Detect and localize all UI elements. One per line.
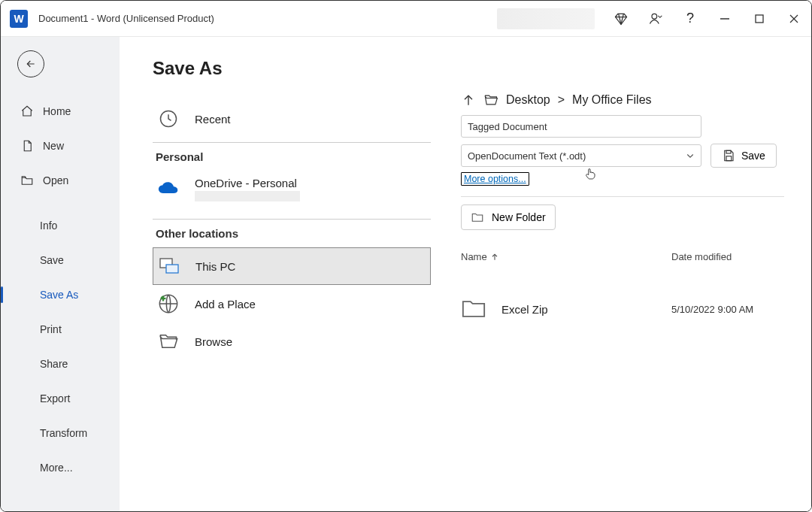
location-add-place[interactable]: Add a Place: [153, 285, 431, 323]
this-pc-icon: [158, 255, 180, 277]
location-recent[interactable]: Recent: [153, 100, 431, 138]
locations-other-header: Other locations: [156, 227, 431, 240]
browse-folder-icon: [157, 330, 180, 353]
save-button[interactable]: Save: [710, 144, 777, 168]
nav-more[interactable]: More...: [1, 450, 120, 485]
svg-rect-11: [726, 150, 731, 153]
nav-save[interactable]: Save: [1, 243, 120, 277]
new-folder-label: New Folder: [492, 211, 546, 223]
path-part-2[interactable]: My Office Files: [572, 93, 652, 107]
maximize-button[interactable]: [742, 1, 777, 37]
file-date: 5/10/2022 9:00 AM: [671, 304, 784, 315]
location-this-pc-label: This PC: [195, 260, 235, 273]
svg-point-0: [652, 14, 657, 19]
word-app-icon: W: [10, 10, 28, 28]
backstage-sidebar: Home New Open Info Save Save As Print Sh…: [1, 37, 120, 511]
nav-share[interactable]: Share: [1, 347, 120, 381]
file-list-header: Name Date modified: [461, 251, 784, 262]
nav-info[interactable]: Info: [1, 208, 120, 243]
premium-icon[interactable]: [604, 1, 638, 37]
nav-open[interactable]: Open: [1, 163, 120, 198]
location-onedrive[interactable]: OneDrive - Personal: [153, 171, 431, 214]
titlebar: W Document1 - Word (Unlicensed Product) …: [1, 1, 811, 37]
save-button-label: Save: [741, 150, 765, 162]
more-options-link[interactable]: More options...: [461, 172, 529, 186]
account-area[interactable]: [497, 8, 595, 29]
locations-personal-header: Personal: [156, 150, 431, 163]
cursor-hand-icon: [583, 167, 597, 180]
nav-export[interactable]: Export: [1, 381, 120, 416]
filetype-value: OpenDocument Text (*.odt): [468, 150, 586, 162]
onedrive-icon: [157, 177, 180, 199]
nav-open-label: Open: [43, 174, 68, 186]
breadcrumb[interactable]: Desktop > My Office Files: [461, 92, 784, 108]
help-button[interactable]: ?: [673, 1, 707, 37]
nav-new[interactable]: New: [1, 129, 120, 163]
new-folder-button[interactable]: New Folder: [461, 204, 556, 230]
svg-rect-12: [726, 156, 732, 161]
folder-icon: [461, 298, 488, 320]
file-row[interactable]: Excel Zip 5/10/2022 9:00 AM: [461, 298, 784, 320]
path-separator: >: [558, 93, 565, 107]
location-this-pc[interactable]: This PC: [153, 247, 431, 285]
nav-save-as[interactable]: Save As: [1, 277, 120, 312]
up-arrow-icon[interactable]: [461, 92, 476, 108]
path-part-1[interactable]: Desktop: [506, 93, 550, 107]
location-onedrive-label: OneDrive - Personal: [195, 177, 300, 189]
minimize-button[interactable]: [707, 1, 742, 37]
filename-input[interactable]: [461, 115, 701, 138]
location-browse[interactable]: Browse: [153, 323, 431, 360]
nav-new-label: New: [43, 140, 64, 152]
folder-open-icon: [483, 92, 498, 108]
onedrive-account: [195, 191, 300, 201]
location-add-place-label: Add a Place: [195, 298, 256, 311]
clock-icon: [157, 108, 180, 130]
chevron-down-icon: [686, 151, 695, 160]
save-icon: [722, 149, 735, 162]
back-button[interactable]: [17, 50, 44, 77]
file-name: Excel Zip: [501, 303, 671, 316]
filetype-select[interactable]: OpenDocument Text (*.odt): [461, 144, 701, 167]
sort-up-icon: [490, 253, 499, 262]
file-column: Desktop > My Office Files OpenDocument T…: [431, 58, 784, 496]
new-folder-icon: [471, 211, 484, 223]
add-place-icon: [157, 292, 180, 315]
location-recent-label: Recent: [195, 113, 231, 126]
user-icon[interactable]: [638, 1, 673, 37]
page-title: Save As: [153, 58, 431, 79]
content-area: Save As Recent Personal OneDrive - Perso…: [120, 37, 811, 511]
window-title: Document1 - Word (Unlicensed Product): [38, 13, 214, 24]
svg-rect-2: [756, 15, 763, 23]
location-browse-label: Browse: [195, 335, 232, 348]
locations-column: Save As Recent Personal OneDrive - Perso…: [153, 58, 431, 496]
nav-print[interactable]: Print: [1, 312, 120, 347]
nav-home[interactable]: Home: [1, 94, 120, 129]
nav-transform[interactable]: Transform: [1, 416, 120, 450]
column-date[interactable]: Date modified: [671, 251, 784, 262]
svg-rect-7: [166, 265, 178, 273]
column-name[interactable]: Name: [461, 251, 671, 262]
nav-home-label: Home: [43, 105, 71, 117]
close-button[interactable]: [777, 1, 811, 37]
